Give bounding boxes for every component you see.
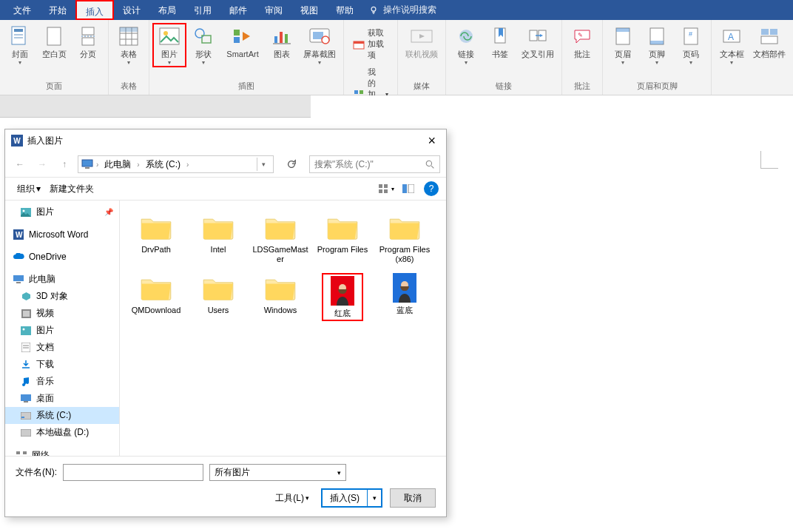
breadcrumb-sysc[interactable]: 系统 (C:) — [143, 157, 183, 172]
nav-docs[interactable]: 文档 — [5, 339, 119, 356]
header-button[interactable]: 页眉▾ — [606, 23, 640, 67]
insert-split-button: 插入(S) ▾ — [321, 488, 382, 508]
nav-pictures-quick[interactable]: 图片📌 — [5, 203, 119, 220]
nav-thispc[interactable]: 此电脑 — [5, 271, 119, 288]
breadcrumb-thispc[interactable]: 此电脑 — [101, 157, 134, 172]
content-pane[interactable]: DrvPathIntelLDSGameMasterProgram FilesPr… — [120, 201, 446, 456]
nav-videos[interactable]: 视频 — [5, 305, 119, 322]
smartart-button[interactable]: SmartArt — [220, 23, 265, 61]
shapes-button[interactable]: 形状▾ — [186, 23, 220, 67]
search-input[interactable] — [314, 159, 425, 169]
tab-help[interactable]: 帮助 — [327, 0, 362, 20]
search-box[interactable] — [309, 155, 440, 173]
filename-input[interactable] — [63, 464, 203, 481]
folder-item[interactable]: Intel — [188, 209, 249, 267]
nav-back-button[interactable]: ← — [11, 155, 29, 173]
file-name: Intel — [211, 245, 226, 255]
tab-review[interactable]: 审阅 — [256, 0, 291, 20]
comment-button[interactable]: ✎ 批注 — [565, 23, 599, 61]
svg-rect-84 — [23, 451, 27, 454]
nav-locald[interactable]: 本地磁盘 (D:) — [5, 424, 119, 441]
tab-insert[interactable]: 插入 — [75, 0, 114, 20]
cover-page-button[interactable]: 封面▾ — [3, 23, 37, 67]
folder-item[interactable]: Program Files (x86) — [374, 209, 435, 267]
doc-parts-icon — [757, 24, 781, 48]
folder-item[interactable]: Program Files — [312, 209, 373, 267]
chart-button[interactable]: 图表 — [265, 23, 299, 61]
textbox-button[interactable]: A 文本框▾ — [715, 23, 749, 67]
insert-button[interactable]: 插入(S) — [323, 490, 368, 506]
image-item[interactable]: 红底 — [312, 270, 373, 324]
crossref-button[interactable]: 交叉引用 — [517, 23, 559, 61]
tab-design[interactable]: 设计 — [114, 0, 149, 20]
file-name: 红底 — [325, 309, 360, 318]
chevron-down-icon: ▾ — [36, 183, 41, 194]
breadcrumb[interactable]: › 此电脑 › 系统 (C:) › ▾ — [78, 155, 274, 173]
pagenum-button[interactable]: # 页码▾ — [674, 23, 708, 67]
nav-label: 图片 — [36, 206, 54, 218]
svg-rect-24 — [285, 34, 288, 43]
organize-button[interactable]: 组织▾ — [13, 181, 45, 198]
nav-network[interactable]: 网络 — [5, 447, 119, 456]
preview-pane-button[interactable] — [397, 181, 419, 197]
tab-references[interactable]: 引用 — [185, 0, 220, 20]
view-mode-button[interactable]: ▾ — [375, 181, 397, 197]
group-media-label: 媒体 — [401, 79, 442, 93]
nav-label: Microsoft Word — [29, 229, 88, 240]
tab-mail[interactable]: 邮件 — [220, 0, 256, 20]
tools-dropdown[interactable]: 工具(L) ▾ — [271, 490, 314, 507]
tab-file[interactable]: 文件 — [4, 0, 40, 20]
chevron-down-icon: ▾ — [18, 59, 21, 66]
svg-point-0 — [371, 7, 376, 11]
nav-onedrive[interactable]: OneDrive — [5, 249, 119, 265]
get-addins-button[interactable]: 获取加载项 — [350, 26, 391, 62]
svg-rect-62 — [384, 189, 388, 193]
bookmark-button[interactable]: 书签 — [483, 23, 517, 61]
nav-pics2[interactable]: 图片 — [5, 322, 119, 339]
table-button[interactable]: 表格▾ — [112, 23, 146, 67]
tab-view[interactable]: 视图 — [291, 0, 327, 20]
nav-sysc[interactable]: 系统 (C:) — [5, 407, 119, 424]
tell-me[interactable]: 操作说明搜索 — [362, 0, 436, 20]
filetype-dropdown[interactable]: 所有图片 ▾ — [209, 464, 346, 481]
footer-button[interactable]: 页脚▾ — [640, 23, 674, 67]
nav-up-button[interactable]: ↑ — [55, 155, 73, 173]
svg-point-17 — [195, 29, 204, 38]
doc-parts-button[interactable]: 文档部件 — [749, 23, 790, 61]
music-icon — [20, 376, 32, 388]
close-button[interactable]: × — [423, 133, 440, 149]
onedrive-icon — [13, 251, 24, 263]
nav-desktop[interactable]: 桌面 — [5, 390, 119, 407]
svg-rect-78 — [21, 394, 31, 401]
tab-home[interactable]: 开始 — [40, 0, 75, 20]
nav-forward-button[interactable]: → — [33, 155, 51, 173]
tab-layout[interactable]: 布局 — [149, 0, 185, 20]
folder-item[interactable]: Windows — [250, 270, 311, 324]
folder-item[interactable]: Users — [188, 270, 249, 324]
folder-item[interactable]: DrvPath — [126, 209, 186, 267]
breadcrumb-dropdown[interactable]: ▾ — [257, 158, 270, 171]
textbox-icon: A — [720, 24, 743, 48]
blank-page-button[interactable]: 空白页 — [37, 23, 71, 61]
link-button[interactable]: 链接▾ — [449, 23, 483, 67]
folder-icon — [140, 275, 172, 301]
refresh-button[interactable] — [283, 155, 300, 173]
cancel-button[interactable]: 取消 — [390, 488, 436, 508]
svg-rect-7 — [82, 38, 94, 45]
online-video-button[interactable]: 联机视频 — [401, 23, 442, 61]
nav-music[interactable]: 音乐 — [5, 373, 119, 390]
screenshot-button[interactable]: 屏幕截图▾ — [299, 23, 340, 67]
insert-dropdown[interactable]: ▾ — [368, 490, 381, 506]
picture-button[interactable]: 图片▾ — [152, 23, 186, 67]
image-item[interactable]: 蓝底 — [374, 270, 435, 324]
nav-word[interactable]: WMicrosoft Word — [5, 226, 119, 243]
nav-downloads[interactable]: 下载 — [5, 356, 119, 373]
help-button[interactable]: ? — [424, 181, 439, 196]
svg-rect-30 — [354, 41, 364, 44]
new-folder-button[interactable]: 新建文件夹 — [45, 181, 98, 198]
folder-item[interactable]: LDSGameMaster — [250, 209, 311, 267]
nav-3d[interactable]: 3D 对象 — [5, 288, 119, 305]
page-break-button[interactable]: 分页 — [71, 23, 105, 61]
svg-line-58 — [431, 166, 433, 168]
folder-item[interactable]: QMDownload — [126, 270, 186, 324]
